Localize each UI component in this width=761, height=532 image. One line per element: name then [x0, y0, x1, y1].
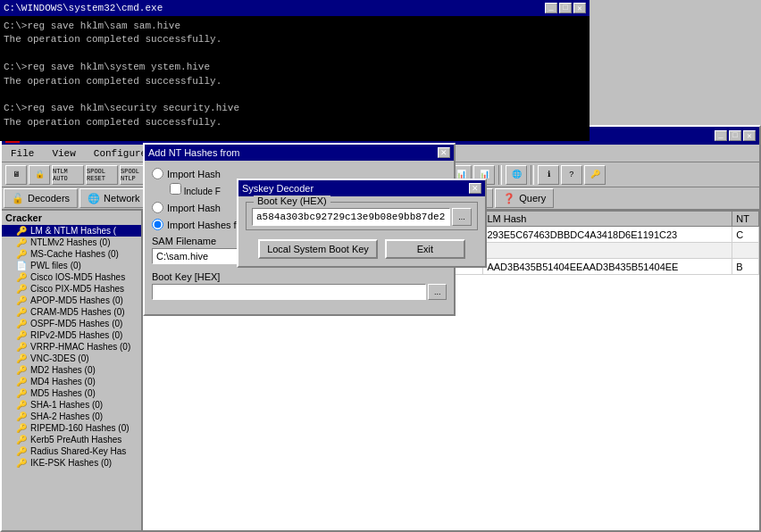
sidebar-item-ike[interactable]: 🔑 IKE-PSK Hashes (0)	[2, 457, 141, 469]
hex-input-group: ...	[252, 208, 472, 226]
sidebar-item-cram[interactable]: 🔑 CRAM-MD5 Hashes (0)	[2, 306, 141, 318]
sidebar-item-radius[interactable]: 🔑 Radius Shared-Key Has	[2, 445, 141, 457]
row3-nt-hash: B	[732, 259, 759, 275]
cmd-line-7: C:\>reg save hklm\security security.hive	[4, 102, 586, 115]
col-nt-hash: NT	[732, 212, 759, 227]
sidebar-item-apop[interactable]: 🔑 APOP-MD5 Hashes (0)	[2, 295, 141, 306]
sidebar-item-vnc[interactable]: 🔑 VNC-3DES (0)	[2, 353, 141, 364]
sidebar-item-cisco-ios[interactable]: 🔑 Cisco IOS-MD5 Hashes	[2, 271, 141, 283]
cmd-output: C:\>reg save hklm\sam sam.hive The opera…	[0, 16, 590, 141]
sidebar-item-sha1[interactable]: 🔑 SHA-1 Hashes (0)	[2, 399, 141, 411]
cmd-line-8: The operation completed successfully.	[4, 116, 586, 129]
cmd-line-6	[4, 88, 586, 102]
syskey-close-btn[interactable]: ✕	[469, 183, 481, 194]
toolbar-btn-key[interactable]: 🔑	[584, 165, 606, 185]
decoders-icon: 🔓	[12, 193, 24, 204]
pwl-icon: 📄	[16, 261, 27, 270]
row1-lm-hash: 293E5C67463DBBDC4A3418D6E1191C23	[483, 227, 732, 243]
ike-icon: 🔑	[16, 458, 27, 468]
vnc-icon: 🔑	[16, 353, 27, 363]
cisco-ios-icon: 🔑	[16, 272, 27, 282]
sidebar-item-md4[interactable]: 🔑 MD4 Hashes (0)	[2, 376, 141, 387]
radius-icon: 🔑	[16, 446, 27, 456]
bootkey-label: Boot Key [HEX]	[152, 271, 447, 282]
sidebar-item-ospf[interactable]: 🔑 OSPF-MD5 Hashes (0)	[2, 318, 141, 329]
toolbar-btn-lock[interactable]: 🔒	[29, 165, 50, 185]
apop-icon: 🔑	[16, 295, 27, 305]
toolbar-btn-info[interactable]: ℹ	[538, 165, 559, 185]
bootkey-browse-btn[interactable]: ...	[428, 284, 447, 300]
bootkey-input[interactable]	[152, 284, 426, 300]
toolbar-btn-monitor[interactable]: 🖥	[5, 165, 27, 185]
sidebar-item-kerb5[interactable]: 🔑 Kerb5 PreAuth Hashes	[2, 434, 141, 445]
app-minimize-btn[interactable]: _	[715, 130, 727, 141]
toolbar-btn-ntlm[interactable]: NTLM AUTO	[52, 165, 84, 185]
sidebar: Cracker 🔑 LM & NTLM Hashes ( 🔑 NTLMv2 Ha…	[2, 211, 143, 530]
exit-btn[interactable]: Exit	[385, 239, 465, 259]
sidebar-item-ntlmv2[interactable]: 🔑 NTLMv2 Hashes (0)	[2, 237, 141, 248]
cmd-close-btn[interactable]: ✕	[573, 3, 586, 13]
toolbar-sep-4	[531, 165, 534, 185]
ospf-icon: 🔑	[16, 319, 27, 328]
ms-cache-icon: 🔑	[16, 249, 27, 259]
row2-lm-hash	[483, 243, 732, 259]
md2-icon: 🔑	[16, 365, 27, 375]
sidebar-header: Cracker	[2, 211, 141, 225]
kerb5-icon: 🔑	[16, 435, 27, 445]
cisco-pix-icon: 🔑	[16, 284, 27, 294]
sidebar-item-vrrp[interactable]: 🔑 VRRP-HMAC Hashes (0)	[2, 341, 141, 353]
bootkey-input-group: ...	[152, 284, 447, 300]
hex-browse-btn[interactable]: ...	[452, 208, 472, 226]
local-boot-key-btn[interactable]: Local System Boot Key	[258, 239, 378, 259]
network-icon: 🌐	[88, 193, 100, 204]
sidebar-item-ripv2[interactable]: 🔑 RIPv2-MD5 Hashes (0)	[2, 329, 141, 341]
radio-input-1[interactable]	[152, 168, 163, 179]
menu-file[interactable]: File	[5, 146, 39, 161]
cmd-line-1: C:\>reg save hklm\sam sam.hive	[4, 20, 586, 33]
cmd-line-2: The operation completed successfully.	[4, 33, 586, 46]
sidebar-item-md5[interactable]: 🔑 MD5 Hashes (0)	[2, 387, 141, 399]
cmd-title-bar: C:\WINDOWS\system32\cmd.exe _ □ ✕	[0, 0, 590, 16]
row2-nt-hash	[732, 243, 759, 259]
add-nt-title-text: Add NT Hashes from	[148, 147, 240, 158]
sidebar-item-ripemd[interactable]: 🔑 RIPEMD-160 Hashes (0)	[2, 422, 141, 434]
syskey-dialog: Syskey Decoder ✕ Boot Key (HEX) ... Loca…	[237, 179, 487, 268]
cmd-window: C:\WINDOWS\system32\cmd.exe _ □ ✕ C:\>re…	[0, 0, 590, 141]
cmd-line-3	[4, 47, 586, 61]
row3-lm-hash: AAD3B435B51404EEAAD3B435B51404EE	[483, 259, 732, 275]
col-lm-hash: LM Hash	[483, 212, 732, 227]
include-f-checkbox[interactable]	[170, 183, 181, 195]
toolbar-btn-globe[interactable]: 🌐	[506, 165, 527, 185]
app-maximize-btn[interactable]: □	[729, 130, 741, 141]
add-nt-close-btn[interactable]: ✕	[438, 147, 450, 158]
ripemd-icon: 🔑	[16, 423, 27, 433]
syskey-title-bar: Syskey Decoder ✕	[238, 180, 485, 196]
nav-decoders[interactable]: 🔓 Decoders	[4, 188, 78, 208]
nav-query[interactable]: ❓ Query	[495, 188, 554, 208]
toolbar-btn-spool1[interactable]: SPOOL RESET	[86, 165, 118, 185]
nav-network[interactable]: 🌐 Network	[79, 188, 147, 208]
ripv2-icon: 🔑	[16, 330, 27, 340]
toolbar-btn-help[interactable]: ?	[561, 165, 582, 185]
cmd-minimize-btn[interactable]: _	[545, 3, 557, 13]
ntlmv2-icon: 🔑	[16, 237, 27, 247]
menu-view[interactable]: View	[46, 146, 80, 161]
sidebar-item-ms-cache[interactable]: 🔑 MS-Cache Hashes (0)	[2, 248, 141, 260]
sidebar-item-md2[interactable]: 🔑 MD2 Hashes (0)	[2, 364, 141, 376]
app-close-btn[interactable]: ✕	[743, 130, 756, 141]
cmd-line-4: C:\>reg save hklm\system ystem.hive	[4, 61, 586, 74]
boot-key-groupbox: Boot Key (HEX) ...	[246, 202, 478, 230]
sidebar-item-sha2[interactable]: 🔑 SHA-2 Hashes (0)	[2, 411, 141, 422]
sidebar-item-cisco-pix[interactable]: 🔑 Cisco PIX-MD5 Hashes	[2, 283, 141, 295]
radio-input-3[interactable]	[152, 219, 163, 230]
cmd-maximize-btn[interactable]: □	[559, 3, 572, 13]
hex-input[interactable]	[252, 208, 450, 226]
radio-input-2[interactable]	[152, 202, 163, 213]
syskey-button-group: Local System Boot Key Exit	[238, 236, 485, 266]
sidebar-item-pwl[interactable]: 📄 PWL files (0)	[2, 260, 141, 271]
sidebar-item-lm-ntlm[interactable]: 🔑 LM & NTLM Hashes (	[2, 225, 141, 237]
cram-icon: 🔑	[16, 307, 27, 317]
groupbox-label: Boot Key (HEX)	[254, 195, 330, 206]
add-nt-title-bar: Add NT Hashes from ✕	[145, 145, 454, 161]
cmd-line-5: The operation completed successfully.	[4, 75, 586, 88]
